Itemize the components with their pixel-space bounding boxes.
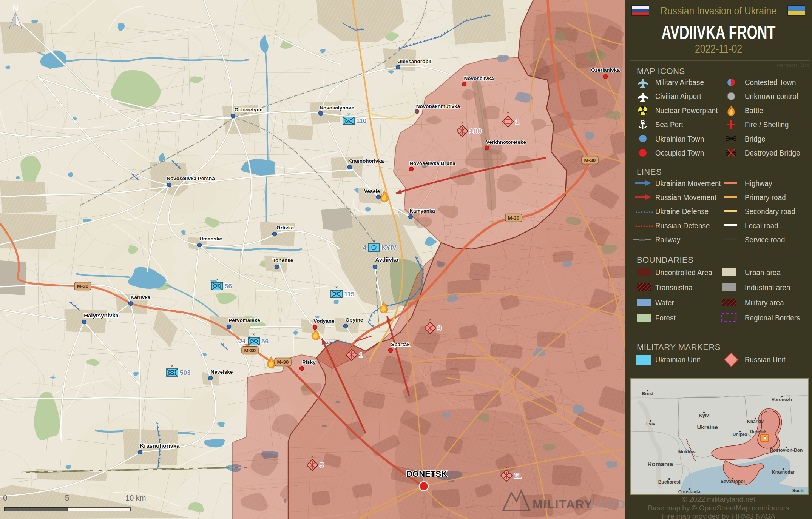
- svg-text:M-30: M-30: [77, 283, 89, 289]
- svg-text:×: ×: [347, 112, 350, 116]
- svg-text:5: 5: [65, 494, 69, 502]
- svg-text:Sevastopol: Sevastopol: [721, 479, 745, 484]
- svg-text:Novobakhmutivka: Novobakhmutivka: [416, 103, 460, 109]
- svg-text:1: 1: [359, 351, 363, 359]
- svg-text:Novoselivka Persha: Novoselivka Persha: [167, 176, 215, 181]
- svg-text:×: ×: [429, 317, 431, 322]
- svg-text:Constanta: Constanta: [678, 489, 701, 494]
- svg-text:Krasnohorivka: Krasnohorivka: [140, 442, 180, 449]
- svg-text:Tonenke: Tonenke: [273, 257, 293, 263]
- svg-text:KYIV: KYIV: [381, 244, 397, 251]
- svg-text:115: 115: [344, 291, 354, 298]
- svg-text:×: ×: [253, 332, 255, 337]
- svg-text:×: ×: [373, 239, 375, 243]
- svg-text:×: ×: [216, 277, 218, 282]
- svg-text:Kamyanka: Kamyanka: [409, 208, 435, 214]
- svg-text:Brest: Brest: [642, 391, 654, 396]
- svg-text:M-30: M-30: [584, 157, 596, 163]
- svg-text:56: 56: [261, 338, 269, 345]
- svg-text:5: 5: [320, 461, 324, 469]
- svg-text:Pervomaiske: Pervomaiske: [228, 317, 260, 323]
- svg-text:Krasnohorivka: Krasnohorivka: [348, 158, 384, 164]
- svg-text:Romania: Romania: [647, 461, 673, 467]
- svg-text:Voronezh: Voronezh: [772, 397, 792, 402]
- svg-text:Umanske: Umanske: [199, 236, 222, 242]
- svg-text:Verkhnotoretske: Verkhnotoretske: [486, 139, 526, 145]
- svg-text:Opytne: Opytne: [346, 317, 363, 323]
- svg-text:503: 503: [180, 369, 190, 376]
- svg-text:0: 0: [3, 494, 7, 502]
- svg-text:Donetsk: Donetsk: [750, 429, 767, 434]
- svg-text:N: N: [13, 4, 18, 12]
- svg-text:10 km: 10 km: [125, 494, 146, 502]
- svg-text:Ocheretyne: Ocheretyne: [235, 107, 263, 112]
- svg-text:Bucharest: Bucharest: [658, 479, 681, 485]
- svg-text:Lviv: Lviv: [646, 421, 655, 427]
- svg-text:Vesele: Vesele: [364, 188, 380, 194]
- svg-text:Novokalynove: Novokalynove: [320, 105, 354, 111]
- svg-text:11: 11: [514, 472, 522, 480]
- svg-text:Vodyane: Vodyane: [313, 318, 335, 324]
- svg-text:M-30: M-30: [508, 215, 520, 221]
- svg-text:Sochi: Sochi: [792, 488, 805, 493]
- svg-text:Ukraine: Ukraine: [697, 424, 718, 430]
- svg-text:MILITARY: MILITARY: [533, 497, 593, 511]
- svg-text:×: ×: [461, 120, 463, 125]
- svg-text:×: ×: [507, 111, 509, 116]
- svg-text:100: 100: [469, 127, 482, 135]
- svg-text:21: 21: [239, 338, 246, 345]
- svg-text:×: ×: [350, 344, 353, 349]
- svg-text:Karlivka: Karlivka: [131, 294, 151, 300]
- svg-text:Krasnodar: Krasnodar: [772, 470, 795, 475]
- svg-text:Avdiivka: Avdiivka: [375, 256, 398, 263]
- svg-text:M-30: M-30: [244, 348, 256, 353]
- svg-text:Kyiv: Kyiv: [699, 413, 709, 418]
- svg-text:Pisky: Pisky: [302, 359, 316, 365]
- svg-text:Novoselivka: Novoselivka: [464, 75, 494, 81]
- svg-text:Dnipro: Dnipro: [733, 432, 747, 437]
- svg-text:56: 56: [225, 283, 232, 290]
- svg-text:Oleksandropil: Oleksandropil: [397, 59, 431, 64]
- svg-text:4: 4: [363, 244, 367, 251]
- svg-text:×: ×: [171, 363, 173, 368]
- svg-text:Ozerianivka: Ozerianivka: [591, 67, 620, 73]
- svg-text:Nevelske: Nevelske: [211, 369, 233, 375]
- svg-text:DONETSK: DONETSK: [406, 469, 447, 479]
- svg-text:×: ×: [335, 285, 338, 290]
- svg-text:Kharkiv: Kharkiv: [747, 419, 764, 424]
- svg-text:1: 1: [515, 118, 519, 126]
- svg-text:×: ×: [505, 465, 508, 470]
- svg-text:LAND: LAND: [590, 497, 625, 511]
- svg-text:Rostov-on-Don: Rostov-on-Don: [770, 448, 803, 453]
- svg-text:×: ×: [311, 454, 313, 459]
- svg-text:M-30: M-30: [277, 359, 289, 365]
- svg-text:Halytsynivka: Halytsynivka: [84, 312, 119, 319]
- svg-text:9: 9: [437, 324, 442, 332]
- svg-text:Orlivka: Orlivka: [276, 225, 294, 231]
- svg-text:Moldova: Moldova: [678, 449, 697, 454]
- svg-text:110: 110: [356, 117, 366, 125]
- svg-text:Spartak: Spartak: [391, 342, 410, 347]
